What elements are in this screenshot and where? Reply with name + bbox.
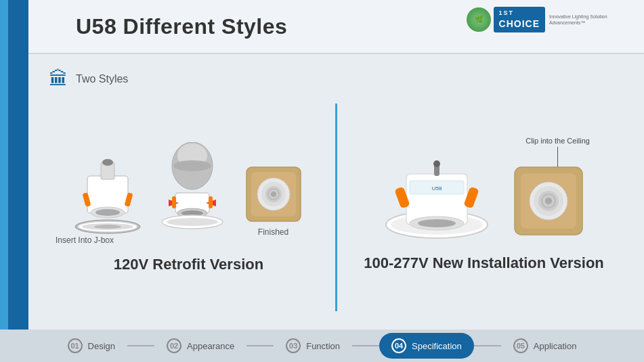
- nav-item-appearance[interactable]: 02 Appearance: [154, 333, 246, 359]
- nav-label-function: Function: [306, 341, 340, 351]
- right-images: U58: [383, 157, 586, 248]
- main-content: 🏛 Two Styles: [28, 54, 644, 330]
- logo-area: 🌿 1ST CHOICE Innovative Lighting Solutio…: [467, 7, 630, 32]
- content-columns: Finished Insert Into J-box 120V Retrofit…: [49, 104, 624, 311]
- svg-point-22: [167, 218, 218, 226]
- green-seal-logo: 🌿: [467, 7, 491, 32]
- retrofit-product-3: Finished: [243, 164, 304, 237]
- page-title: U58 Different Styles: [76, 14, 287, 39]
- nav-num-03: 03: [286, 338, 301, 353]
- left-bar-inner: [0, 0, 8, 362]
- svg-point-7: [95, 209, 120, 216]
- bottom-nav: 01 Design 02 Appearance 03 Function 04 S…: [0, 330, 644, 362]
- section-label: Two Styles: [76, 73, 128, 85]
- svg-rect-17: [172, 196, 176, 208]
- section-header: 🏛 Two Styles: [49, 68, 624, 90]
- nav-item-specification[interactable]: 04 Specification: [379, 333, 474, 359]
- nav-label-design: Design: [88, 341, 115, 351]
- nav-connector-1: [127, 345, 154, 346]
- svg-point-34: [433, 160, 440, 167]
- nav-num-05: 05: [513, 338, 528, 353]
- left-version-label: 120V Retrofit Version: [114, 256, 263, 273]
- nav-connector-2: [246, 345, 274, 346]
- right-column: Clip into the Ceiling: [344, 104, 624, 311]
- nav-label-appearance: Appearance: [187, 341, 234, 351]
- new-install-svg-2: [511, 164, 586, 238]
- nav-item-application[interactable]: 05 Application: [501, 333, 589, 359]
- new-install-product-2: [511, 164, 586, 241]
- svg-point-29: [271, 191, 276, 197]
- header: U58 Different Styles 🌿 1ST CHOICE Innova…: [28, 0, 644, 54]
- nav-num-01: 01: [68, 338, 83, 353]
- retrofit-images: Finished: [74, 142, 304, 237]
- insert-caption: Insert Into J-box: [22, 235, 114, 245]
- svg-text:U58: U58: [431, 185, 442, 191]
- nav-num-02: 02: [167, 338, 181, 353]
- svg-rect-18: [209, 196, 213, 208]
- first-choice-logo: 1ST CHOICE: [494, 7, 545, 32]
- retrofit-finished-svg: [243, 164, 304, 225]
- nav-item-function[interactable]: 03 Function: [274, 333, 352, 359]
- nav-item-design[interactable]: 01 Design: [56, 333, 127, 359]
- nav-label-application: Application: [534, 341, 577, 351]
- left-column: Finished Insert Into J-box 120V Retrofit…: [49, 104, 328, 311]
- retrofit-product-2: [155, 142, 230, 237]
- new-install-svg-1: U58: [383, 157, 491, 245]
- svg-point-3: [102, 159, 113, 166]
- column-divider: [335, 104, 337, 311]
- right-products-area: Clip into the Ceiling: [358, 143, 610, 248]
- svg-point-47: [545, 198, 552, 204]
- nav-connector-3: [352, 345, 379, 346]
- right-version-label: 100-277V New Installation Version: [364, 254, 604, 272]
- retrofit-product-1: [74, 156, 142, 237]
- nav-connector-4: [474, 345, 501, 346]
- svg-point-10: [94, 225, 121, 229]
- logo-tagline: Innovative Lighting Solution Advancement…: [549, 14, 630, 26]
- retrofit-install-svg: [155, 142, 230, 237]
- new-install-product-1: U58: [383, 157, 491, 248]
- svg-point-13: [173, 160, 211, 171]
- nav-label-specification: Specification: [412, 341, 462, 351]
- nav-num-04: 04: [391, 338, 406, 353]
- section-icon: 🏛: [49, 68, 68, 90]
- finished-caption: Finished: [258, 227, 288, 237]
- left-accent-bar: [0, 0, 28, 362]
- svg-point-40: [418, 219, 456, 227]
- retrofit-product-1-svg: [74, 156, 142, 237]
